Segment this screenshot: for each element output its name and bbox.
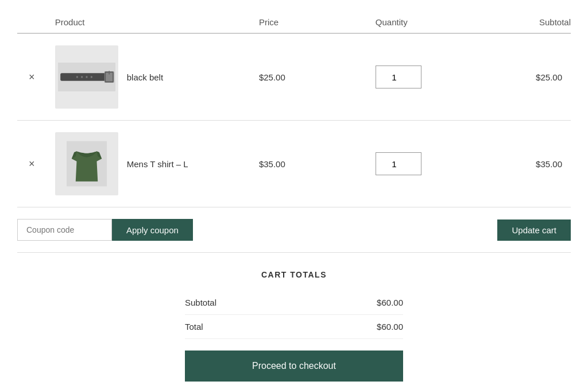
svg-rect-4 (109, 71, 110, 75)
col-remove-header (17, 11, 47, 33)
apply-coupon-button[interactable]: Apply coupon (112, 219, 193, 241)
subtotal-value: $60.00 (304, 291, 403, 315)
cart-container: Product Price Quantity Subtotal × (0, 0, 588, 389)
totals-table: Subtotal $60.00 Total $60.00 (185, 291, 403, 339)
svg-point-8 (76, 76, 78, 78)
cart-table: Product Price Quantity Subtotal × (17, 11, 571, 207)
coupon-input[interactable] (17, 219, 112, 241)
tshirt-subtotal: $35.00 (483, 121, 571, 207)
svg-point-7 (81, 76, 83, 78)
actions-row: Apply coupon Update cart (17, 207, 571, 253)
update-cart-button[interactable]: Update cart (497, 219, 571, 241)
remove-belt-button[interactable]: × (29, 71, 35, 83)
product-cell-tshirt: Mens T shirt – L (47, 121, 250, 207)
remove-cell: × (17, 33, 47, 121)
col-quantity-header: Quantity (367, 11, 483, 33)
remove-cell: × (17, 121, 47, 207)
belt-product-name: black belt (127, 72, 163, 82)
tshirt-price: $35.00 (250, 121, 367, 207)
svg-point-5 (90, 76, 92, 78)
total-label: Total (185, 315, 304, 339)
belt-product-image (55, 45, 118, 109)
belt-quantity-input[interactable] (376, 66, 421, 88)
total-value: $60.00 (304, 315, 403, 339)
subtotal-label: Subtotal (185, 291, 304, 315)
cart-totals-box: CART TOTALS Subtotal $60.00 Total $60.00… (185, 270, 403, 382)
remove-tshirt-button[interactable]: × (29, 158, 35, 170)
belt-svg (58, 54, 115, 100)
col-subtotal-header: Subtotal (483, 11, 571, 33)
tshirt-product-image (55, 132, 118, 195)
product-cell-belt: black belt (47, 33, 250, 121)
col-price-header: Price (250, 11, 367, 33)
col-product-header: Product (47, 11, 250, 33)
tshirt-product-name: Mens T shirt – L (127, 159, 188, 169)
belt-subtotal: $25.00 (483, 33, 571, 121)
cart-totals-section: CART TOTALS Subtotal $60.00 Total $60.00… (17, 270, 571, 382)
coupon-area: Apply coupon (17, 219, 193, 241)
checkout-button[interactable]: Proceed to checkout (185, 351, 403, 382)
subtotal-row: Subtotal $60.00 (185, 291, 403, 315)
svg-point-6 (86, 76, 87, 78)
total-row: Total $60.00 (185, 315, 403, 339)
tshirt-quantity-cell (367, 121, 483, 207)
cart-totals-title: CART TOTALS (185, 270, 403, 279)
belt-price: $25.00 (250, 33, 367, 121)
belt-quantity-cell (367, 33, 483, 121)
table-row: × (17, 121, 571, 207)
table-row: × (17, 33, 571, 121)
tshirt-svg (67, 141, 107, 187)
tshirt-quantity-input[interactable] (376, 152, 421, 175)
svg-rect-1 (60, 73, 106, 80)
